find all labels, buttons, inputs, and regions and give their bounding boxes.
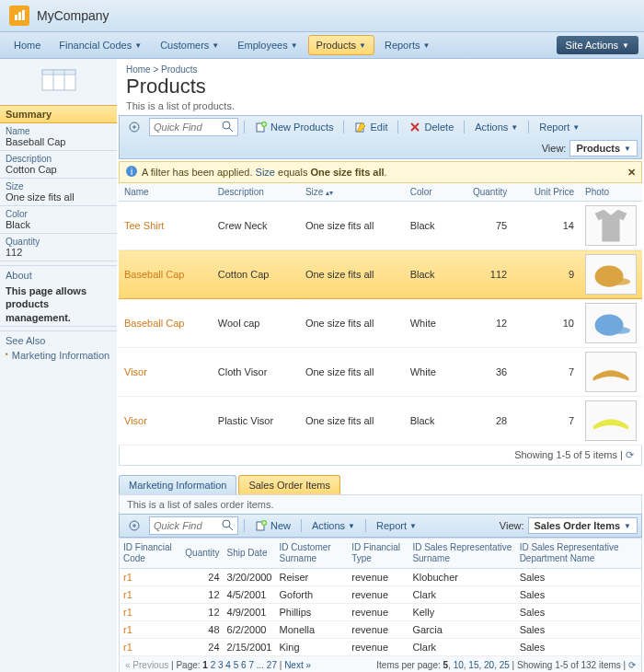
pager-next[interactable]: Next » (284, 660, 311, 670)
pager: « Previous | Page: 1 2 3 4 5 6 7 ... 27 … (119, 656, 642, 672)
refresh-icon[interactable]: ⟳ (628, 660, 636, 670)
pager-page[interactable]: 4 (225, 660, 231, 670)
sidebar-about-title: About (0, 265, 117, 283)
pager-ipp-option[interactable]: 25 (500, 660, 510, 670)
filter-close-icon[interactable]: ✕ (627, 167, 636, 179)
table-row[interactable]: Baseball CapWool capOne size fits allWhi… (119, 299, 642, 348)
search-icon[interactable] (221, 518, 234, 533)
column-header[interactable]: ID Sales Representative Surname (408, 539, 515, 569)
column-header[interactable]: ID Financial Code (120, 539, 182, 569)
product-name-link[interactable]: Baseball Cap (119, 299, 213, 348)
column-header[interactable]: Name (119, 183, 213, 202)
new-button[interactable]: New Products (250, 119, 338, 135)
showing-bar: Showing 1-5 of 5 items | ⟳ (119, 446, 642, 466)
sidebar-seealso-link[interactable]: Marketing Information (0, 348, 117, 363)
row-link[interactable]: r1 (120, 569, 182, 586)
pager-page[interactable]: 3 (218, 660, 224, 670)
filter-field-link[interactable]: Size (256, 167, 275, 178)
product-name-link[interactable]: Visor (119, 348, 213, 397)
svg-rect-0 (15, 15, 17, 20)
column-header[interactable]: Description (213, 183, 300, 202)
pager-ipp-option[interactable]: 10 (454, 660, 464, 670)
chevron-down-icon: ▼ (409, 522, 417, 530)
site-actions-button[interactable]: Site Actions ▼ (557, 36, 638, 54)
pager-page[interactable]: 2 (211, 660, 216, 670)
pager-page[interactable]: ... (257, 660, 264, 670)
table-row[interactable]: r1242/15/2001KingrevenueClarkSales (120, 639, 642, 656)
sub-toolbar: New Actions▼ Report▼ View: Sales Order I… (119, 514, 642, 538)
edit-icon (354, 121, 367, 133)
content: Home > Products Products This is a list … (117, 59, 644, 672)
page-description: This is a list of products. (117, 100, 644, 115)
search-icon[interactable] (221, 120, 234, 134)
pager-page[interactable]: 27 (267, 660, 277, 670)
table-row[interactable]: VisorPlastic VisorOne size fits allBlack… (119, 397, 642, 446)
column-header[interactable]: Quantity (453, 183, 512, 202)
nav-item-financial-codes[interactable]: Financial Codes▼ (51, 35, 150, 55)
sub-report-button[interactable]: Report▼ (372, 518, 421, 533)
pager-page[interactable]: 6 (241, 660, 247, 670)
report-button[interactable]: Report▼ (535, 120, 584, 134)
nav-item-reports[interactable]: Reports▼ (376, 35, 438, 55)
row-link[interactable]: r1 (120, 604, 182, 621)
product-name-link[interactable]: Visor (119, 397, 213, 446)
row-link[interactable]: r1 (120, 621, 182, 639)
column-header[interactable]: Photo (580, 183, 642, 202)
quickfind-input[interactable] (154, 122, 218, 133)
column-header[interactable]: ID Sales Representative Department Name (516, 539, 642, 569)
chevron-down-icon: ▼ (622, 41, 629, 50)
product-name-link[interactable]: Tee Shirt (119, 202, 213, 250)
header-bar: MyCompany (0, 0, 644, 32)
table-row[interactable]: r1124/5/2001GoforthrevenueClarkSales (120, 586, 642, 604)
column-header[interactable]: Color (405, 183, 454, 202)
column-header[interactable]: Ship Date (224, 539, 276, 569)
toolbar-expand-icon[interactable] (123, 119, 145, 135)
sidebar-about-text: This page allows products management. (0, 283, 117, 327)
sort-icon: ▴▾ (326, 189, 333, 197)
pager-page[interactable]: 5 (234, 660, 239, 670)
product-photo (585, 352, 637, 392)
row-link[interactable]: r1 (120, 586, 182, 604)
nav-item-customers[interactable]: Customers▼ (152, 35, 227, 55)
actions-button[interactable]: Actions▼ (470, 120, 523, 134)
sidebar-field-label: Color (0, 206, 117, 219)
column-header[interactable]: Quantity (181, 539, 223, 569)
tab-sales-order-items[interactable]: Sales Order Items (238, 475, 340, 494)
pager-ipp-option[interactable]: 20 (484, 660, 494, 670)
delete-button[interactable]: Delete (404, 119, 458, 135)
column-header[interactable]: ID Customer Surname (275, 539, 348, 569)
tab-marketing-information[interactable]: Marketing Information (119, 475, 236, 494)
edit-button[interactable]: Edit (350, 119, 392, 135)
pager-ipp-option[interactable]: 15 (468, 660, 478, 670)
sub-actions-button[interactable]: Actions▼ (307, 518, 360, 533)
table-row[interactable]: r1486/2/2000MonellarevenueGarciaSales (120, 621, 642, 639)
nav-item-employees[interactable]: Employees▼ (229, 35, 305, 55)
table-row[interactable]: r1124/9/2001PhillipsrevenueKellySales (120, 604, 642, 621)
svg-line-21 (229, 527, 233, 530)
sub-new-button[interactable]: New (250, 517, 295, 534)
svg-point-18 (609, 327, 630, 334)
sub-quickfind-input[interactable] (154, 520, 218, 531)
row-link[interactable]: r1 (120, 639, 182, 656)
table-row[interactable]: Baseball CapCotton CapOne size fits allB… (119, 250, 642, 299)
sidebar-summary-title: Summary (0, 105, 117, 123)
sub-toolbar-expand-icon[interactable] (123, 517, 145, 534)
nav-item-products[interactable]: Products▼ (308, 35, 374, 55)
table-row[interactable]: VisorCloth VisorOne size fits allWhite36… (119, 348, 642, 397)
view-select[interactable]: Products ▼ (569, 140, 638, 156)
column-header[interactable]: Size ▴▾ (300, 183, 405, 202)
sidebar-field-label: Size (0, 179, 117, 191)
breadcrumb-home[interactable]: Home (126, 64, 151, 75)
sub-view-select[interactable]: Sales Order Items ▼ (528, 517, 638, 534)
pager-page[interactable]: 7 (248, 660, 254, 670)
quickfind (149, 118, 238, 136)
table-row[interactable]: r1243/20/2000ReiserrevenueKlobucherSales (120, 569, 642, 586)
info-icon: i (125, 165, 138, 180)
column-header[interactable]: Unit Price (512, 183, 580, 202)
nav-item-home[interactable]: Home (6, 35, 49, 55)
pager-prev[interactable]: « Previous (125, 660, 168, 670)
table-row[interactable]: Tee ShirtCrew NeckOne size fits allBlack… (119, 202, 642, 250)
product-name-link[interactable]: Baseball Cap (119, 250, 213, 299)
refresh-icon[interactable]: ⟳ (626, 449, 634, 460)
column-header[interactable]: ID Financial Type (348, 539, 408, 569)
